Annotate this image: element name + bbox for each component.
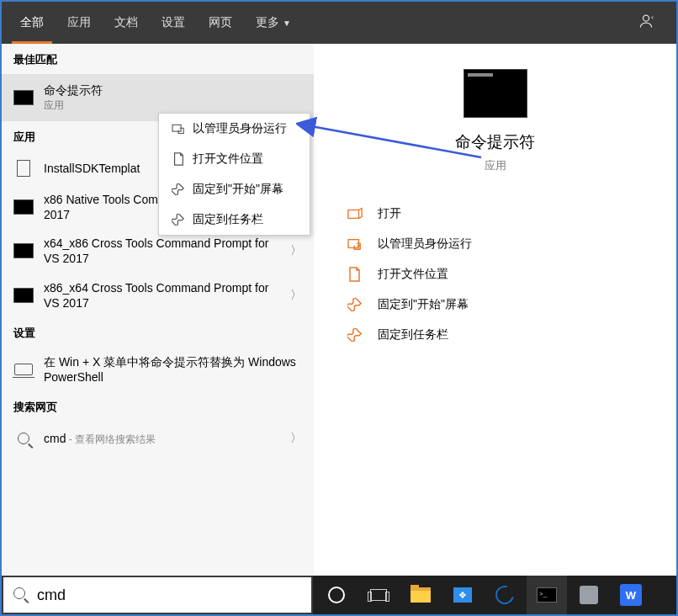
ctx-open-file-location[interactable]: 打开文件位置	[159, 144, 310, 174]
ctx-label: 固定到任务栏	[193, 212, 263, 227]
section-settings: 设置	[2, 317, 314, 348]
settings-result-item[interactable]: 在 Win + X 菜单中将命令提示符替换为 Windows PowerShel…	[2, 348, 314, 391]
taskbar-terminal[interactable]: >_	[527, 576, 567, 614]
admin-icon	[169, 123, 188, 135]
section-web: 搜索网页	[2, 391, 314, 422]
taskbar-file-explorer[interactable]	[400, 576, 441, 614]
section-best-match: 最佳匹配	[2, 44, 314, 74]
taskbar-microsoft-store[interactable]: ❖	[442, 576, 483, 614]
cmd-icon	[13, 88, 34, 108]
search-input[interactable]	[37, 587, 301, 604]
ctx-label: 固定到"开始"屏幕	[193, 182, 283, 197]
chevron-right-icon[interactable]: 〉	[282, 288, 302, 303]
wps-icon: W	[620, 584, 642, 606]
store-icon: ❖	[453, 587, 472, 603]
ctx-pin-taskbar[interactable]: 固定到任务栏	[159, 204, 310, 235]
edge-icon	[492, 582, 517, 608]
tab-all[interactable]: 全部	[8, 2, 56, 44]
app-result-title: x64_x86 Cross Tools Command Prompt for V…	[44, 236, 282, 266]
folder-icon	[169, 152, 188, 166]
gear-icon	[580, 586, 598, 604]
best-match-subtitle: 应用	[44, 99, 302, 113]
search-icon	[13, 428, 34, 449]
action-label: 固定到任务栏	[378, 327, 448, 343]
chevron-right-icon[interactable]: 〉	[282, 243, 302, 258]
context-menu: 以管理员身份运行 打开文件位置 固定到"开始"屏幕 固定到任务栏	[158, 113, 310, 236]
chevron-right-icon[interactable]: 〉	[282, 431, 302, 446]
svg-rect-1	[348, 210, 359, 219]
action-open[interactable]: 打开	[347, 199, 643, 229]
action-pin-taskbar[interactable]: 固定到任务栏	[347, 320, 643, 350]
app-result-item[interactable]: x86_x64 Cross Tools Command Prompt for V…	[2, 273, 314, 317]
action-open-file-location[interactable]: 打开文件位置	[347, 259, 643, 289]
cmd-icon	[13, 285, 34, 305]
tab-settings[interactable]: 设置	[150, 2, 197, 44]
cmd-icon	[13, 197, 34, 217]
settings-result-title: 在 Win + X 菜单中将命令提示符替换为 Windows PowerShel…	[44, 354, 302, 385]
taskbar-cortana[interactable]	[316, 576, 357, 614]
file-explorer-icon	[411, 587, 431, 603]
action-run-as-admin[interactable]: 以管理员身份运行	[347, 229, 643, 259]
taskbar-wps[interactable]: W	[611, 576, 651, 614]
chevron-down-icon: ▼	[283, 19, 291, 28]
laptop-icon	[13, 359, 34, 380]
action-pin-start[interactable]: 固定到"开始"屏幕	[347, 289, 643, 320]
open-icon	[347, 207, 369, 220]
pin-icon	[169, 183, 188, 195]
taskbar-task-view[interactable]	[358, 576, 399, 614]
taskbar-edge[interactable]	[485, 576, 525, 614]
folder-icon	[347, 267, 369, 282]
search-header-tabs: 全部 应用 文档 设置 网页 更多▼	[2, 2, 676, 44]
search-icon	[13, 587, 29, 603]
action-label: 固定到"开始"屏幕	[378, 297, 469, 312]
web-result-suffix: - 查看网络搜索结果	[66, 433, 156, 445]
tab-apps[interactable]: 应用	[56, 2, 103, 44]
cmd-icon	[13, 241, 34, 261]
best-match-title: 命令提示符	[44, 82, 302, 98]
tab-web[interactable]: 网页	[197, 2, 244, 44]
preview-panel: 命令提示符 应用 打开 以管理员身份运行 打开文件位置 固定到"开始"屏幕	[314, 44, 676, 576]
tab-documents[interactable]: 文档	[103, 2, 150, 44]
taskbar: ❖ >_ W	[313, 576, 676, 614]
task-view-icon	[370, 589, 387, 601]
web-result-query: cmd	[44, 432, 66, 445]
admin-icon	[347, 237, 369, 251]
preview-title: 命令提示符	[455, 131, 535, 153]
taskbar-3d-settings[interactable]	[569, 576, 609, 614]
pin-icon	[347, 298, 369, 311]
action-label: 打开文件位置	[378, 267, 448, 282]
pin-icon	[347, 328, 369, 342]
pin-icon	[169, 214, 188, 226]
svg-point-0	[644, 15, 649, 21]
account-icon[interactable]	[638, 13, 670, 34]
preview-thumbnail	[463, 69, 527, 118]
action-label: 打开	[378, 206, 401, 221]
tab-more[interactable]: 更多▼	[244, 2, 303, 44]
ctx-run-as-admin[interactable]: 以管理员身份运行	[159, 114, 310, 144]
terminal-icon: >_	[537, 587, 557, 603]
ctx-pin-start[interactable]: 固定到"开始"屏幕	[159, 174, 310, 204]
preview-subtitle: 应用	[485, 158, 506, 173]
web-result-item[interactable]: cmd - 查看网络搜索结果 〉	[2, 422, 314, 455]
search-bar[interactable]	[2, 576, 313, 614]
ctx-label: 打开文件位置	[193, 151, 263, 167]
app-result-item[interactable]: x64_x86 Cross Tools Command Prompt for V…	[2, 229, 314, 273]
ctx-label: 以管理员身份运行	[193, 121, 287, 136]
doc-icon	[13, 158, 34, 178]
cortana-icon	[328, 587, 345, 603]
app-result-title: x86_x64 Cross Tools Command Prompt for V…	[44, 280, 282, 311]
action-label: 以管理员身份运行	[378, 236, 472, 252]
